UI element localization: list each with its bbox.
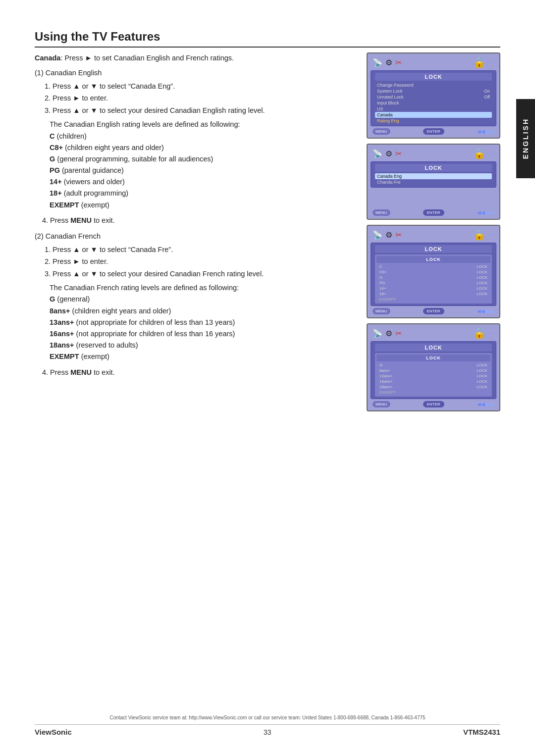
- dots-icon-4: ⋯: [488, 330, 494, 337]
- screen4-bottom-bar: MENU ENTER ◀◀ ▶▶: [371, 401, 496, 407]
- dots-icon-3: ⋯: [488, 231, 494, 238]
- screen4-rating-16ans: 16ans+LOCK: [376, 379, 490, 384]
- screen4-rating-table: LOCK GLOCK 8ans+LOCK 13ans+LOCK 16ans+LO…: [375, 353, 492, 397]
- screen3-icons-right: 🔒 ⋯: [473, 229, 494, 241]
- section-canadian-english-header: (1) Canadian English: [35, 67, 357, 78]
- screen3-rating-c8: C8+LOCK: [376, 269, 490, 275]
- screen4-menu-box: LOCK LOCK GLOCK 8ans+LOCK 13ans+LOCK 16a…: [371, 341, 496, 399]
- screen3-menu-box: LOCK LOCK CLOCK C8+LOCK GLOCK PGLOCK 14+…: [371, 243, 496, 306]
- canadian-french-steps: 1. Press ▲ or ▼ to select “Canada Fre”. …: [35, 244, 357, 279]
- footer-brand: ViewSonic: [35, 728, 72, 736]
- screen3-btn-nav: ◀◀ ▶▶: [477, 308, 494, 314]
- ce-rating-c: C (children): [50, 131, 357, 142]
- screen3-rating-14: 14+LOCK: [376, 286, 490, 291]
- tools-icon-4: ✂: [395, 329, 402, 338]
- screen3-rating-table: LOCK CLOCK C8+LOCK GLOCK PGLOCK 14+LOCK …: [375, 254, 492, 303]
- footer-page-number: 33: [264, 728, 271, 736]
- dots-icon-1: ⋯: [488, 59, 494, 66]
- screen4-menu-title: LOCK: [375, 344, 492, 352]
- screen4-top-bar: 📡 ⚙ ✂ 🔒 ⋯: [371, 327, 496, 339]
- section-canadian-french-header: (2) Canadian French: [35, 231, 357, 242]
- ce-rating-c8: C8+ (children eight years and older): [50, 142, 357, 153]
- screen2-icons-right: 🔒 ⋯: [473, 148, 494, 159]
- cf-exit: 4. Press MENU to exit.: [42, 367, 357, 378]
- ce-rating-pg: PG (parental guidance): [50, 165, 357, 176]
- screen3-bottom-bar: MENU ENTER ◀◀ ▶▶: [371, 308, 496, 314]
- screen3-btn-menu: MENU: [373, 308, 390, 314]
- screen3-menu-title: LOCK: [375, 245, 492, 253]
- screen4-btn-menu: MENU: [373, 401, 390, 407]
- ce-rating-exempt: EXEMPT (exempt): [50, 200, 357, 211]
- screenshots-column: 📡 ⚙ ✂ 🔒 ⋯ LOCK Change Password System Lo…: [367, 52, 500, 411]
- ce-rating-18: 18+ (adult programming): [50, 188, 357, 199]
- settings-icon-2: ⚙: [385, 149, 392, 158]
- screenshot-3: 📡 ⚙ ✂ 🔒 ⋯ LOCK LOCK CLOCK C8+LOCK: [367, 225, 500, 318]
- dots-icon-2: ⋯: [488, 150, 494, 157]
- canadian-english-rating-block: The Canadian English rating levels are d…: [50, 119, 357, 211]
- cf-rating-16ans: 16ans+ (not appropriate for children of …: [50, 328, 357, 340]
- cf-rating-intro: The Canadian French rating levels are de…: [50, 282, 357, 294]
- canada-intro: Canada: Press ► to set Canadian English …: [35, 52, 357, 63]
- screen3-rating-exempt: EXEMPT: [376, 297, 490, 302]
- screen2-menu-box: LOCK Canada Eng Chanda Fre: [371, 161, 496, 188]
- screen1-icons-right: 🔒 ⋯: [473, 56, 494, 68]
- screen2-btn-enter: ENTER: [423, 209, 444, 216]
- screen3-rating-pg: PGLOCK: [376, 280, 490, 286]
- step-cf-3: 3. Press ▲ or ▼ to select your desired C…: [45, 268, 357, 279]
- screen1-bottom-bar: MENU ENTER ◀◀ ▶▶: [371, 128, 496, 135]
- content-area: Canada: Press ► to set Canadian English …: [35, 52, 500, 411]
- screen3-rating-c: CLOCK: [376, 264, 490, 269]
- screen4-btn-nav: ◀◀ ▶▶: [477, 402, 494, 407]
- cf-rating-g: G (genenral): [50, 294, 357, 305]
- cf-rating-13ans: 13ans+ (not appropriate for children of …: [50, 317, 357, 328]
- step-ce-1: 1. Press ▲ or ▼ to select “Canada Eng”.: [45, 81, 357, 92]
- ce-rating-14: 14+ (viewers and older): [50, 176, 357, 188]
- ce-exit: 4. Press MENU to exit.: [42, 215, 357, 226]
- settings-icon-4: ⚙: [385, 329, 392, 338]
- screen3-icons-left: 📡 ⚙ ✂: [373, 230, 402, 240]
- screen1-icons-left: 📡 ⚙ ✂: [373, 58, 402, 67]
- cf-rating-exempt: EXEMPT (exempt): [50, 351, 357, 362]
- cf-rating-18ans: 18ans+ (reserved to adults): [50, 340, 357, 351]
- lock-icon-3: 🔒: [473, 229, 485, 241]
- footer-model: VTMS2431: [463, 728, 500, 736]
- screen1-btn-nav: ◀◀ ▶▶: [477, 129, 494, 134]
- step-cf-1: 1. Press ▲ or ▼ to select “Canada Fre”.: [45, 244, 357, 255]
- screen2-top-bar: 📡 ⚙ ✂ 🔒 ⋯: [371, 148, 496, 159]
- screenshot-1: 📡 ⚙ ✂ 🔒 ⋯ LOCK Change Password System Lo…: [367, 52, 500, 139]
- screen2-menu-title: LOCK: [375, 164, 492, 172]
- canadian-english-steps: 1. Press ▲ or ▼ to select “Canada Eng”. …: [35, 81, 357, 116]
- screen1-row-canada: Canada: [375, 112, 492, 118]
- tools-icon: ✂: [395, 58, 402, 67]
- settings-icon: ⚙: [385, 58, 392, 67]
- screen4-rating-exempt: EXEMPT: [376, 390, 490, 395]
- antenna-icon-3: 📡: [373, 230, 382, 240]
- footer: Contact ViewSonic service team at: http:…: [35, 715, 500, 736]
- screen2-icons-left: 📡 ⚙ ✂: [373, 149, 402, 158]
- screen1-row-ratingeng: Rating Eng: [375, 118, 492, 124]
- text-column: Canada: Press ► to set Canadian English …: [35, 52, 357, 411]
- screen3-top-bar: 📡 ⚙ ✂ 🔒 ⋯: [371, 229, 496, 241]
- tools-icon-2: ✂: [395, 149, 402, 158]
- screen1-row-syslock: System LockOn: [375, 88, 492, 94]
- lock-icon-1: 🔒: [473, 56, 485, 68]
- antenna-icon: 📡: [373, 58, 382, 67]
- screen1-row-unrated: Unrated LockOff: [375, 94, 492, 100]
- screen3-rating-g: GLOCK: [376, 275, 490, 280]
- footer-line: ViewSonic 33 VTMS2431: [35, 724, 500, 736]
- step-ce-3: 3. Press ▲ or ▼ to select your desired C…: [45, 105, 357, 116]
- screen3-btn-enter: ENTER: [423, 308, 444, 314]
- screen2-btn-menu: MENU: [373, 209, 390, 216]
- screen2-row-canadaeng: Canada Eng: [375, 173, 492, 179]
- ce-rating-g: G (general programming, suitable for all…: [50, 153, 357, 165]
- antenna-icon-4: 📡: [373, 329, 382, 338]
- english-tab: ENGLISH: [516, 99, 535, 178]
- canadian-french-rating-block: The Canadian French rating levels are de…: [50, 282, 357, 362]
- step-cf-2: 2. Press ► to enter.: [45, 256, 357, 267]
- screen1-btn-enter: ENTER: [423, 128, 444, 135]
- screen4-rating-8ans: 8ans+LOCK: [376, 368, 490, 373]
- screen1-top-bar: 📡 ⚙ ✂ 🔒 ⋯: [371, 56, 496, 68]
- screen4-rating-18ans: 18ans+LOCK: [376, 384, 490, 390]
- cf-rating-8ans: 8ans+ (children eight years and older): [50, 305, 357, 317]
- screenshot-4: 📡 ⚙ ✂ 🔒 ⋯ LOCK LOCK GLOCK 8ans+LOCK: [367, 323, 500, 411]
